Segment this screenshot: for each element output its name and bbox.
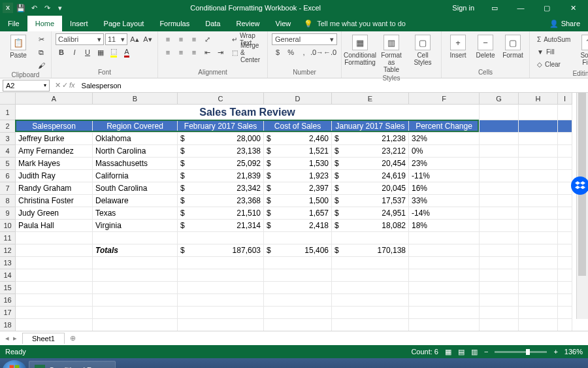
cell[interactable] [558,195,572,207]
cell[interactable]: $23,212 [332,145,409,158]
cut-icon[interactable]: ✂ [35,33,47,45]
cell[interactable]: 33% [409,195,480,207]
column-header[interactable]: C [178,93,264,105]
cell[interactable]: $15,406 [264,244,332,257]
cell[interactable] [480,170,519,182]
cell[interactable] [480,232,519,244]
cell[interactable] [519,220,558,232]
cell[interactable]: Randy Graham [16,182,93,195]
cell[interactable]: South Carolina [93,182,178,195]
cell-styles-button[interactable]: ▢Cell Styles [408,33,437,67]
cell[interactable] [480,244,519,257]
cell[interactable] [178,294,264,307]
qat-customize-icon[interactable]: ▾ [55,3,65,13]
cell[interactable]: Texas [93,207,178,220]
undo-icon[interactable]: ↶ [29,3,39,13]
cell[interactable]: $20,045 [332,182,409,195]
cell[interactable]: 23% [409,158,480,170]
tell-me-search[interactable]: 💡 Tell me what you want to do [299,16,541,31]
row-header[interactable]: 6 [0,170,16,182]
row-header[interactable]: 7 [0,182,16,195]
row-header[interactable]: 11 [0,232,16,244]
border-icon[interactable]: ▦ [95,46,106,58]
cell[interactable] [480,269,519,282]
cell[interactable] [558,145,572,158]
cell[interactable] [332,282,409,294]
sheet-tab[interactable]: Sheet1 [22,333,65,344]
cell[interactable] [558,282,572,294]
cell[interactable] [519,257,558,269]
cell[interactable] [332,319,409,331]
maximize-icon[interactable]: ▢ [534,0,559,16]
cell[interactable] [480,158,519,170]
cell[interactable]: $1,521 [264,145,332,158]
cell[interactable]: Jeffrey Burke [16,133,93,145]
zoom-in-icon[interactable]: + [553,348,557,356]
cell[interactable]: Judith Ray [16,170,93,182]
cell[interactable] [519,182,558,195]
cell[interactable]: $187,603 [178,244,264,257]
cell[interactable]: Massachusetts [93,158,178,170]
cell[interactable]: Virginia [93,220,178,232]
row-header[interactable]: 5 [0,158,16,170]
row-header[interactable]: 9 [0,207,16,220]
cell[interactable] [409,244,480,257]
cell[interactable] [332,232,409,244]
cell[interactable] [16,232,93,244]
cell[interactable]: $1,500 [264,195,332,207]
view-page-break-icon[interactable]: ▥ [471,348,478,356]
cell[interactable]: $24,619 [332,170,409,182]
tab-data[interactable]: Data [197,16,228,31]
tab-view[interactable]: View [268,16,299,31]
comma-icon[interactable]: , [298,46,310,58]
cell[interactable] [409,269,480,282]
dropbox-icon[interactable] [571,176,588,195]
cell[interactable] [558,244,572,257]
column-header[interactable]: G [480,93,519,105]
cell[interactable] [480,195,519,207]
redo-icon[interactable]: ↷ [42,3,52,13]
cell[interactable] [558,269,572,282]
cell[interactable] [519,207,558,220]
row-header[interactable]: 4 [0,145,16,158]
align-left-icon[interactable]: ≡ [162,46,174,58]
cell[interactable]: $20,454 [332,158,409,170]
cell[interactable]: $1,923 [264,170,332,182]
cell[interactable] [519,145,558,158]
formula-input[interactable]: Salesperson [78,82,588,90]
cell[interactable] [519,244,558,257]
cell[interactable] [16,319,93,331]
fill-button[interactable]: ▼Fill [534,46,574,58]
share-button[interactable]: 👤 Share [542,16,588,31]
cell[interactable]: $1,530 [264,158,332,170]
tab-home[interactable]: Home [27,16,62,31]
cell[interactable] [519,319,558,331]
indent-increase-icon[interactable]: ⇥ [214,46,226,58]
cell[interactable] [332,307,409,319]
cell[interactable] [558,220,572,232]
cell[interactable]: Oklahoma [93,133,178,145]
tab-insert[interactable]: Insert [62,16,96,31]
cell[interactable] [264,319,332,331]
cell[interactable]: $2,397 [264,182,332,195]
zoom-thumb[interactable] [526,349,530,355]
close-icon[interactable]: ✕ [561,0,585,16]
cell[interactable] [178,282,264,294]
cell[interactable] [558,307,572,319]
cell[interactable] [264,269,332,282]
cell[interactable] [409,319,480,331]
align-bottom-icon[interactable]: ≡ [188,33,200,45]
cell[interactable]: $2,418 [264,220,332,232]
cell[interactable] [93,269,178,282]
row-header[interactable]: 8 [0,195,16,207]
column-header[interactable]: D [264,93,332,105]
cell[interactable] [519,294,558,307]
cell[interactable] [409,307,480,319]
cell[interactable] [519,158,558,170]
fill-color-icon[interactable]: ⬚ [108,46,120,58]
shrink-font-icon[interactable]: A▾ [142,33,154,45]
column-header[interactable]: A [16,93,93,105]
increase-decimal-icon[interactable]: .0→ [311,46,323,58]
tab-formulas[interactable]: Formulas [152,16,197,31]
cell[interactable]: -14% [409,207,480,220]
